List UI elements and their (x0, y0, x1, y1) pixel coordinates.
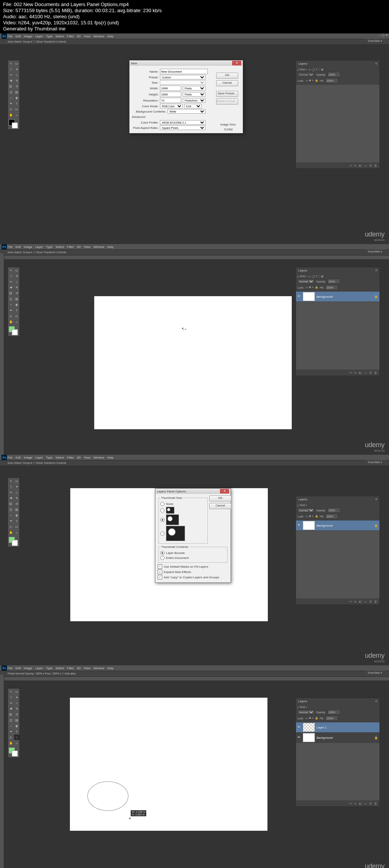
lasso-tool[interactable]: ⌇ (8, 67, 14, 72)
eraser-tool[interactable]: ◫ (8, 89, 14, 95)
menu-file[interactable]: File (8, 35, 13, 38)
dodge-tool[interactable]: ◐ (14, 302, 19, 307)
stamp-tool[interactable]: ⛋ (8, 290, 14, 296)
path-tool[interactable]: ▷ (8, 313, 14, 319)
menu-image[interactable]: Image (24, 245, 32, 249)
resolution-input[interactable] (160, 98, 181, 103)
mask-icon[interactable]: ◐ (359, 164, 362, 167)
cancel-button[interactable]: Cancel (216, 80, 238, 86)
background-swatch[interactable] (12, 329, 18, 335)
background-swatch[interactable] (12, 540, 18, 546)
brush-tool[interactable]: ✎ (14, 285, 19, 290)
history-brush-tool[interactable]: ↺ (14, 290, 19, 296)
panel-menu-icon[interactable]: ≡ (375, 62, 377, 65)
menu-help[interactable]: Help (107, 245, 113, 249)
gradient-tool[interactable]: ▤ (14, 296, 19, 301)
close-button[interactable]: ✕ (232, 61, 241, 65)
pen-tool[interactable]: ✒ (8, 308, 14, 313)
marquee-tool[interactable]: ▭ (14, 268, 19, 273)
name-input[interactable] (160, 69, 208, 74)
layer-bounds-radio[interactable] (160, 551, 164, 555)
close-button[interactable]: ✕ (220, 489, 229, 494)
workspace-switcher[interactable]: Essentials ▾ (365, 39, 385, 43)
mask-icon[interactable]: ◐ (359, 371, 362, 374)
resolution-units[interactable]: Pixels/Inch (183, 98, 206, 103)
expand-effects-check[interactable]: ✓ (158, 570, 162, 574)
crop-tool[interactable]: ✂ (8, 279, 14, 284)
menu-3d[interactable]: 3D (77, 245, 81, 249)
ok-button[interactable]: OK (209, 495, 231, 501)
new-layer-icon[interactable]: ⊞ (369, 371, 372, 374)
link-layers-icon[interactable]: ⚯ (349, 371, 352, 374)
lasso-tool[interactable]: ⌇ (8, 273, 14, 279)
move-tool[interactable]: ↖ (8, 61, 14, 66)
menu-filter[interactable]: Filter (67, 245, 74, 249)
gradient-tool[interactable]: ▤ (14, 89, 19, 95)
layer-thumbnail[interactable] (303, 292, 315, 301)
eyedropper-tool[interactable]: ⌂ (14, 72, 19, 78)
blur-tool[interactable]: ○ (8, 302, 14, 307)
opacity-input[interactable] (327, 279, 340, 284)
main-menubar[interactable]: FileEditImageLayerTypeSelectFilter3DView… (0, 665, 389, 671)
options-bar[interactable]: Auto-Select: Group ▾ ☐ Show Transform Co… (0, 460, 389, 466)
workspace-switcher[interactable]: Essentials ▾ (365, 671, 385, 675)
path-tool[interactable]: ▷ (8, 106, 14, 112)
menu-type[interactable]: Type (46, 245, 52, 249)
color-swatches[interactable] (8, 118, 19, 129)
main-menubar[interactable]: FileEditImageLayerTypeSelectFilter3DView… (0, 455, 389, 460)
options-bar[interactable]: Auto-Select: Group ▾ ☐ Show Transform Co… (0, 39, 389, 45)
menu-edit[interactable]: Edit (16, 245, 21, 249)
menu-view[interactable]: View (84, 245, 90, 249)
add-copy-check[interactable]: ✓ (158, 575, 162, 579)
color-mode-select[interactable]: RGB Color (160, 104, 183, 108)
default-masks-check[interactable]: ✓ (158, 564, 162, 569)
background-swatch[interactable] (12, 751, 18, 757)
menu-layer[interactable]: Layer (35, 245, 43, 249)
shape-tool[interactable]: ▭ (14, 106, 19, 112)
options-bar[interactable]: Auto-Select: Group ▾ ☐ Show Transform Co… (0, 249, 389, 255)
menu-select[interactable]: Select (55, 35, 64, 38)
menu-3d[interactable]: 3D (77, 35, 81, 38)
thumb-small-radio[interactable] (160, 508, 164, 513)
delete-icon[interactable]: 🗑 (374, 371, 377, 374)
shape-tool[interactable]: ▭ (14, 313, 19, 319)
background-swatch[interactable] (12, 122, 18, 129)
auto-select-label[interactable]: Auto-Select: Group ▾ ☐ Show Transform Co… (8, 40, 66, 43)
preset-select[interactable]: Custom (160, 75, 206, 79)
wand-tool[interactable]: ✦ (14, 67, 19, 72)
document-canvas[interactable]: ↖₊ (94, 296, 292, 429)
workspace-switcher[interactable]: Essentials ▾ (365, 460, 385, 465)
pen-tool[interactable]: ✒ (8, 101, 14, 106)
zoom-tool[interactable]: ⌕ (14, 319, 19, 324)
menu-help[interactable]: Help (107, 35, 113, 38)
link-layers-icon[interactable]: ⚯ (349, 164, 352, 167)
stamp-tool[interactable]: ⛋ (8, 84, 14, 89)
menu-window[interactable]: Window (93, 35, 104, 38)
layers-tab[interactable]: Layers (298, 62, 307, 65)
document-canvas[interactable]: W: 4.208 inH: 3.004 in + (70, 698, 267, 831)
width-units[interactable]: Pixels (183, 86, 206, 90)
bit-depth-select[interactable]: 8 bit (184, 104, 202, 108)
advanced-toggle[interactable]: Advanced (132, 115, 214, 119)
move-tool[interactable]: ↖ (8, 268, 14, 273)
type-tool[interactable]: T (14, 308, 19, 313)
color-swatches[interactable] (8, 325, 19, 336)
eraser-tool[interactable]: ◫ (8, 296, 14, 301)
fill-input[interactable] (325, 78, 338, 83)
marquee-tool[interactable]: ▭ (14, 61, 19, 66)
delete-icon[interactable]: 🗑 (374, 164, 377, 167)
zoom-tool[interactable]: ⌕ (14, 112, 19, 117)
group-icon[interactable]: ▭ (364, 164, 367, 167)
main-menubar[interactable]: FileEditImageLayerTypeSelectFilter3DView… (0, 244, 389, 249)
menu-window[interactable]: Window (93, 245, 104, 249)
menu-filter[interactable]: Filter (67, 35, 74, 38)
options-bar[interactable]: Pixels Normal Opacity: 100% ▾ Flow: 100%… (0, 671, 389, 677)
ellipse-tool[interactable]: ○ (14, 735, 19, 740)
menu-layer[interactable]: Layer (35, 35, 43, 38)
dodge-tool[interactable]: ◐ (14, 95, 19, 100)
panel-menu-icon[interactable]: ≡ (375, 700, 377, 703)
fx-icon[interactable]: fx (354, 164, 357, 167)
crop-tool[interactable]: ✂ (8, 72, 14, 78)
ok-button[interactable]: OK (216, 73, 238, 79)
menu-file[interactable]: File (8, 245, 13, 249)
